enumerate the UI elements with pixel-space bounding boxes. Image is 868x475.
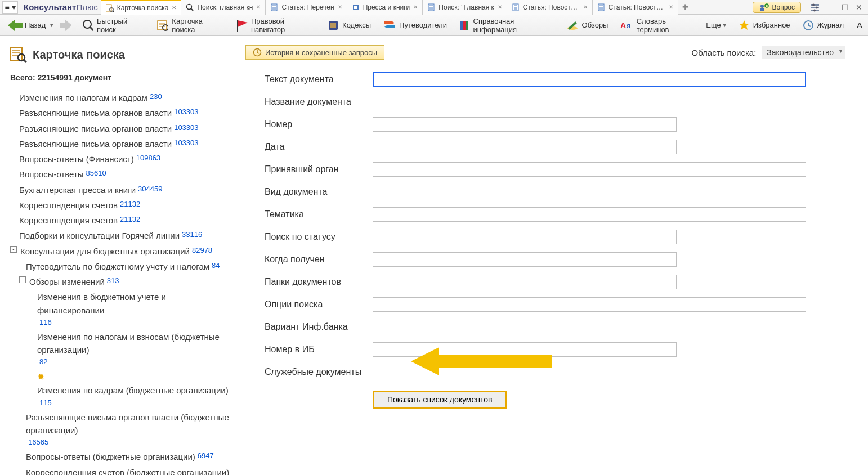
tree-item[interactable]: Изменения по налогам и взносам (бюджетны… bbox=[10, 329, 234, 369]
tree-item-count: 33116 bbox=[182, 229, 202, 242]
tree-item[interactable]: Бухгалтерская пресса и книги304459 bbox=[10, 182, 234, 198]
tree-item[interactable]: Разъясняющие письма органов власти103303 bbox=[10, 136, 234, 151]
glossary-button[interactable]: Ая Словарь терминов bbox=[615, 16, 701, 34]
tree-item-count: 82 bbox=[39, 356, 47, 368]
tree-item[interactable]: Вопросы-ответы (бюджетные организации)69… bbox=[10, 449, 234, 464]
tree-item[interactable]: Корреспонденция счетов (бюджетные органи… bbox=[10, 465, 234, 475]
menu-button[interactable]: ≡ ▾ bbox=[2, 1, 18, 14]
tree-item-label: Разъясняющие письма органов власти bbox=[19, 122, 172, 135]
legal-navigator-button[interactable]: Правовой навигатор bbox=[231, 16, 321, 34]
tree-item[interactable]: Вопросы-ответы (Финансист)109863 bbox=[10, 151, 234, 167]
form-input[interactable] bbox=[373, 117, 677, 132]
form-input[interactable] bbox=[373, 72, 806, 87]
form-row: Номер в ИБ bbox=[265, 342, 840, 357]
expander-icon[interactable]: - bbox=[19, 276, 26, 283]
form-row: Тематика bbox=[265, 207, 840, 222]
tab-label: Поиск: "Главная к bbox=[439, 3, 494, 11]
svg-marker-34 bbox=[60, 20, 71, 31]
tab[interactable]: Карточка поиска✕ bbox=[101, 0, 182, 15]
form-input[interactable] bbox=[373, 297, 806, 312]
tab[interactable]: Поиск: "Главная к✕ bbox=[423, 0, 507, 15]
tree-item-label: Изменения в бюджетном учете и финансиров… bbox=[37, 290, 234, 317]
form-input[interactable] bbox=[373, 162, 806, 177]
tab-close-icon[interactable]: ✕ bbox=[256, 4, 261, 10]
search-form: Текст документаНазвание документаНомерДа… bbox=[242, 72, 845, 414]
svg-point-30 bbox=[812, 3, 815, 6]
history-button[interactable]: История и сохраненные запросы bbox=[245, 45, 384, 60]
tree-item[interactable]: Изменения по налогам и кадрам230 bbox=[10, 90, 234, 105]
tree-item[interactable]: ✹Изменения по кадрам (бюджетные организа… bbox=[10, 369, 234, 410]
tree-item-label: Изменения по налогам и взносам (бюджетны… bbox=[37, 330, 234, 357]
more-button[interactable]: Еще▼ bbox=[703, 21, 730, 29]
form-input[interactable] bbox=[373, 275, 677, 289]
back-button[interactable]: Назад ▼ bbox=[3, 20, 59, 31]
close-icon[interactable]: ✕ bbox=[856, 3, 862, 12]
tree-item-label: Подборки и консультации Горячей линии bbox=[19, 229, 180, 242]
tree-item[interactable]: Изменения в бюджетном учете и финансиров… bbox=[10, 289, 234, 329]
svg-rect-46 bbox=[330, 23, 336, 28]
tab-close-icon[interactable]: ✕ bbox=[498, 4, 502, 10]
favorites-button[interactable]: Избранное bbox=[733, 16, 796, 34]
form-input[interactable] bbox=[373, 140, 677, 154]
arrow-right-icon[interactable] bbox=[60, 20, 71, 31]
form-input[interactable] bbox=[373, 230, 677, 244]
scope-select[interactable]: Законодательство bbox=[762, 46, 845, 59]
tree-item[interactable]: -Консультации для бюджетных организаций8… bbox=[10, 244, 234, 259]
form-input[interactable] bbox=[373, 342, 677, 357]
question-button[interactable]: ? Вопрос bbox=[753, 2, 801, 13]
tree-item[interactable]: Корреспонденция счетов21132 bbox=[10, 198, 234, 213]
form-row: Вариант Инф.банка bbox=[265, 320, 840, 334]
tab[interactable]: Поиск: главная кн✕ bbox=[181, 0, 266, 15]
show-documents-button[interactable]: Показать список документов bbox=[373, 391, 507, 409]
form-input[interactable] bbox=[373, 185, 806, 199]
expander-icon[interactable]: - bbox=[10, 246, 17, 253]
toolbar: Назад ▼ Быстрый поиск Карточка поиска Пр… bbox=[0, 15, 868, 36]
tab[interactable]: Статья: Новости о✕ bbox=[593, 0, 678, 15]
tree-item[interactable]: Корреспонденция счетов21132 bbox=[10, 213, 234, 228]
quick-search-button[interactable]: Быстрый поиск bbox=[77, 16, 150, 34]
tree-item[interactable]: -Обзоры изменений313 bbox=[10, 274, 234, 289]
svg-line-4 bbox=[191, 8, 193, 11]
search-card-button[interactable]: Карточка поиска bbox=[151, 16, 230, 34]
maximize-icon[interactable]: ☐ bbox=[842, 3, 849, 12]
tree-item[interactable]: Подборки и консультации Горячей линии331… bbox=[10, 228, 234, 243]
form-label: Название документа bbox=[265, 97, 373, 107]
svg-text:?: ? bbox=[766, 4, 768, 7]
svg-point-32 bbox=[813, 9, 816, 11]
codexes-button[interactable]: Кодексы bbox=[322, 16, 377, 34]
svg-marker-43 bbox=[238, 20, 248, 27]
tree-item[interactable]: Разъясняющие письма органов власти103303 bbox=[10, 105, 234, 120]
tab-close-icon[interactable]: ✕ bbox=[413, 4, 418, 10]
form-input[interactable] bbox=[373, 320, 806, 334]
az-icon: Ая bbox=[620, 20, 633, 30]
tab-add-button[interactable]: ✚ bbox=[678, 3, 693, 11]
tree-item-count: 230 bbox=[150, 91, 162, 104]
form-input[interactable] bbox=[373, 95, 806, 109]
form-input[interactable] bbox=[373, 207, 806, 222]
svg-line-2 bbox=[113, 11, 114, 12]
settings-icon[interactable] bbox=[810, 3, 820, 12]
tab[interactable]: Пресса и книги✕ bbox=[347, 0, 423, 15]
form-input[interactable] bbox=[373, 252, 677, 267]
tab[interactable]: Статья: Перечен✕ bbox=[266, 0, 347, 15]
form-row: Название документа bbox=[265, 95, 840, 109]
font-size-button[interactable]: А bbox=[854, 16, 865, 34]
tab[interactable]: Статья: Новости о✕ bbox=[507, 0, 593, 15]
form-input[interactable] bbox=[373, 365, 806, 379]
form-label: Когда получен bbox=[265, 254, 373, 265]
minimize-icon[interactable]: — bbox=[827, 3, 835, 12]
tab-close-icon[interactable]: ✕ bbox=[669, 4, 673, 10]
tree-item[interactable]: Разъясняющие письма органов власти (бюдж… bbox=[10, 410, 234, 450]
tree-item[interactable]: Разъясняющие письма органов власти103303 bbox=[10, 121, 234, 136]
tab-close-icon[interactable]: ✕ bbox=[583, 4, 588, 10]
tab-close-icon[interactable]: ✕ bbox=[338, 4, 342, 10]
reviews-button[interactable]: Обзоры bbox=[561, 16, 614, 34]
tree-item[interactable]: Путеводитель по бюджетному учету и налог… bbox=[10, 259, 234, 274]
ref-info-button[interactable]: Справочная информация bbox=[454, 16, 560, 34]
tab-close-icon[interactable]: ✕ bbox=[172, 5, 176, 11]
journal-button[interactable]: Журнал bbox=[797, 16, 849, 34]
svg-rect-49 bbox=[387, 25, 395, 28]
person-icon: ? bbox=[759, 3, 769, 11]
tree-item[interactable]: Вопросы-ответы85610 bbox=[10, 167, 234, 182]
guides-button[interactable]: Путеводители bbox=[378, 16, 453, 34]
